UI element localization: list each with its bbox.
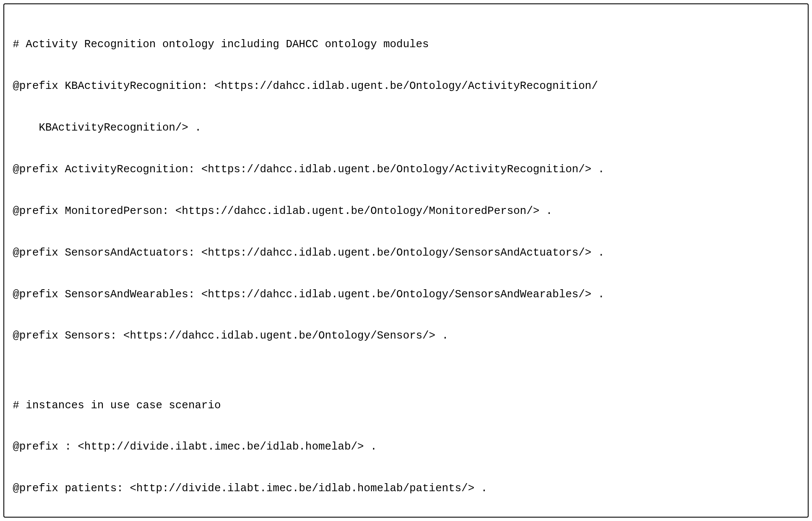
code-line: @prefix Sensors: <https://dahcc.idlab.ug… xyxy=(13,329,799,343)
code-line: @prefix MonitoredPerson: <https://dahcc.… xyxy=(13,205,799,219)
code-line: # instances in use case scenario xyxy=(13,399,799,413)
code-line: @prefix patients: <http://divide.ilabt.i… xyxy=(13,482,799,496)
code-listing-box: # Activity Recognition ontology includin… xyxy=(3,3,809,518)
code-line: @prefix SensorsAndWearables: <https://da… xyxy=(13,288,799,302)
code-line: @prefix ActivityRecognition: <https://da… xyxy=(13,163,799,177)
code-line: KBActivityRecognition/> . xyxy=(13,121,799,135)
code-line: @prefix SensorsAndActuators: <https://da… xyxy=(13,246,799,260)
code-line: # Activity Recognition ontology includin… xyxy=(13,38,799,52)
code-line: @prefix : <http://divide.ilabt.imec.be/i… xyxy=(13,440,799,454)
code-line: @prefix KBActivityRecognition: <https://… xyxy=(13,80,799,94)
